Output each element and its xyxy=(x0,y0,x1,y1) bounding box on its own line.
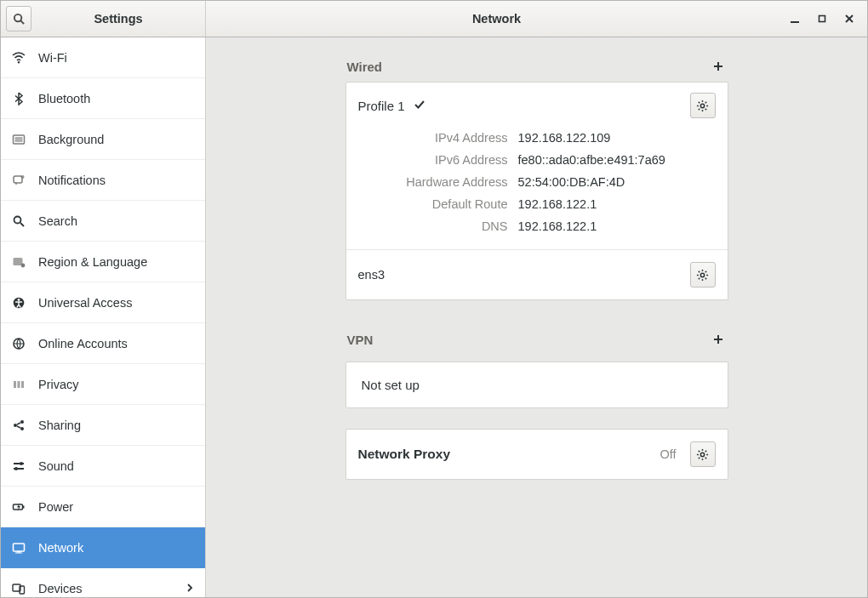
sidebar-item-universal-access[interactable]: Universal Access xyxy=(1,282,205,323)
vpn-section-header: VPN xyxy=(345,326,728,355)
sidebar-item-privacy[interactable]: Privacy xyxy=(1,364,205,405)
svg-rect-18 xyxy=(14,381,16,388)
gear-icon xyxy=(696,448,709,461)
svg-line-54 xyxy=(705,277,706,278)
sidebar-item-background[interactable]: Background xyxy=(1,119,205,160)
sidebar-item-network[interactable]: Network xyxy=(1,527,205,568)
vpn-section-title: VPN xyxy=(347,333,374,347)
ipv4-address-label: IPv4 Address xyxy=(358,131,508,145)
sidebar-item-label: Search xyxy=(38,214,77,228)
svg-point-23 xyxy=(20,427,24,430)
sidebar-item-region-language[interactable]: Region & Language xyxy=(1,242,205,282)
svg-line-44 xyxy=(699,101,700,102)
sidebar-item-search[interactable]: Search xyxy=(1,201,205,242)
svg-rect-31 xyxy=(23,505,25,508)
sidebar-item-label: Background xyxy=(38,133,104,146)
detail-hw: Hardware Address 52:54:00:DB:AF:4D xyxy=(358,171,716,193)
add-wired-connection-button[interactable] xyxy=(710,58,727,75)
svg-line-1 xyxy=(20,20,24,24)
search-button[interactable] xyxy=(6,6,31,31)
maximize-button[interactable] xyxy=(814,11,830,26)
network-proxy-row[interactable]: Network Proxy Off xyxy=(346,430,728,479)
region-language-icon xyxy=(11,254,26,270)
svg-line-55 xyxy=(699,277,700,278)
sidebar-item-wifi[interactable]: Wi-Fi xyxy=(1,37,205,78)
svg-rect-33 xyxy=(17,551,20,553)
svg-point-0 xyxy=(14,14,20,20)
sidebar-item-power[interactable]: Power xyxy=(1,487,205,527)
svg-point-10 xyxy=(21,175,25,179)
add-vpn-button[interactable] xyxy=(710,331,727,348)
sidebar-item-label: Notifications xyxy=(38,174,106,187)
wired-panel: Profile 1 IPv4 Address 192.168.122.109 I… xyxy=(345,82,728,300)
wired-profile-name: Profile 1 xyxy=(358,99,405,113)
network-proxy-status: Off xyxy=(660,447,676,461)
wifi-icon xyxy=(11,50,26,65)
sidebar-item-label: Wi-Fi xyxy=(38,51,67,65)
wired-interface-settings-button[interactable] xyxy=(690,262,716,288)
network-proxy-panel: Network Proxy Off xyxy=(345,429,728,480)
network-proxy-label: Network Proxy xyxy=(358,447,451,462)
svg-line-65 xyxy=(705,457,706,458)
devices-icon xyxy=(11,581,26,596)
sidebar-item-devices[interactable]: Devices xyxy=(1,568,205,597)
spacer xyxy=(345,300,728,326)
sidebar-item-notifications[interactable]: Notifications xyxy=(1,160,205,201)
notifications-icon xyxy=(11,173,26,188)
detail-route: Default Route 192.168.122.1 xyxy=(358,193,716,215)
sidebar-item-label: Sharing xyxy=(38,419,81,432)
wired-section-title: Wired xyxy=(347,60,383,74)
privacy-icon xyxy=(11,377,26,392)
default-route-label: Default Route xyxy=(358,197,508,211)
chevron-right-icon xyxy=(185,582,195,595)
content-inner: Wired Profile 1 IPv4 xyxy=(345,53,728,597)
vpn-panel: Not set up xyxy=(345,362,728,408)
sidebar-item-bluetooth[interactable]: Bluetooth xyxy=(1,78,205,119)
default-route-value: 192.168.122.1 xyxy=(518,197,597,211)
sidebar-item-sharing[interactable]: Sharing xyxy=(1,405,205,446)
svg-rect-19 xyxy=(18,381,20,388)
dns-label: DNS xyxy=(358,219,508,233)
sidebar-item-label: Power xyxy=(38,500,73,514)
close-button[interactable] xyxy=(842,11,857,26)
svg-point-48 xyxy=(700,273,704,276)
svg-rect-3 xyxy=(819,16,825,22)
hardware-address-value: 52:54:00:DB:AF:4D xyxy=(518,175,625,189)
svg-line-56 xyxy=(705,271,706,271)
sidebar-item-label: Devices xyxy=(38,582,83,595)
svg-rect-34 xyxy=(15,552,22,553)
header-left: Settings xyxy=(1,1,206,37)
wired-profile-row[interactable]: Profile 1 xyxy=(346,83,728,122)
close-icon xyxy=(844,14,854,24)
hardware-address-label: Hardware Address xyxy=(358,175,508,189)
body: Wi-Fi Bluetooth Background Notifications… xyxy=(1,37,867,597)
sidebar-item-label: Sound xyxy=(38,459,74,473)
network-proxy-settings-button[interactable] xyxy=(690,441,716,467)
sidebar-item-online-accounts[interactable]: Online Accounts xyxy=(1,323,205,364)
sound-icon xyxy=(11,458,26,474)
content: Wired Profile 1 IPv4 xyxy=(206,37,867,597)
ipv6-address-label: IPv6 Address xyxy=(358,153,508,167)
app-title: Settings xyxy=(31,12,205,26)
wired-profile-settings-button[interactable] xyxy=(690,93,716,118)
plus-icon xyxy=(712,333,724,345)
svg-line-66 xyxy=(699,457,700,458)
svg-line-53 xyxy=(699,271,700,271)
page-title: Network xyxy=(206,12,787,26)
background-icon xyxy=(11,132,26,147)
svg-point-59 xyxy=(700,453,704,456)
sidebar-item-label: Privacy xyxy=(38,378,79,391)
sidebar-item-label: Region & Language xyxy=(38,255,147,269)
minimize-button[interactable] xyxy=(787,11,802,26)
svg-line-12 xyxy=(20,223,24,226)
vpn-empty-text: Not set up xyxy=(346,362,728,407)
bluetooth-icon xyxy=(11,91,26,106)
maximize-icon xyxy=(817,14,827,24)
dns-value: 192.168.122.1 xyxy=(518,219,597,233)
search-icon xyxy=(13,13,26,26)
wired-interface-row[interactable]: ens3 xyxy=(346,250,728,299)
wired-section-header: Wired xyxy=(345,53,728,82)
sidebar-item-label: Online Accounts xyxy=(38,337,128,350)
sidebar-item-sound[interactable]: Sound xyxy=(1,446,205,487)
svg-point-14 xyxy=(21,263,26,267)
